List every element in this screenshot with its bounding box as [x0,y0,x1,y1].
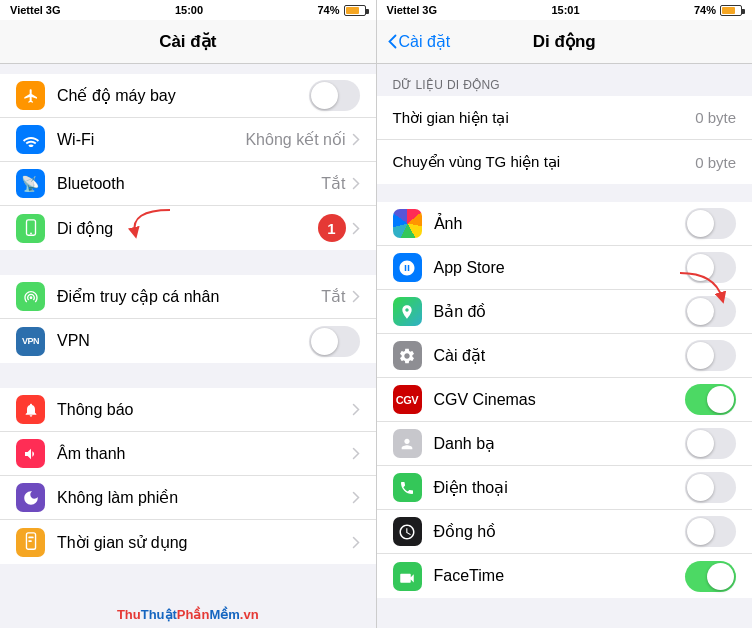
data-row-current-time: Thời gian hiện tại 0 byte [377,96,753,140]
list-item-photos[interactable]: Ảnh [377,202,753,246]
list-item-hotspot[interactable]: Điểm truy cập cá nhân Tắt [0,275,376,319]
left-battery-bar [344,5,366,16]
left-settings-list: Chế độ máy bay Wi-Fi Không kết nối 📡 Blu… [0,64,376,628]
cgv-icon: CGV [393,385,422,414]
airplane-icon [16,81,45,110]
list-item-sound[interactable]: Âm thanh [0,432,376,476]
settings-app-label: Cài đặt [434,346,686,365]
left-nav-title: Cài đặt [159,31,216,52]
airplane-label: Chế độ máy bay [57,86,309,105]
list-item-bluetooth[interactable]: 📡 Bluetooth Tắt [0,162,376,206]
list-item-dnd[interactable]: Không làm phiền [0,476,376,520]
cgv-toggle[interactable] [685,384,736,415]
list-item-phone[interactable]: Điện thoại [377,466,753,510]
list-item-clock[interactable]: Đồng hồ [377,510,753,554]
appstore-label: App Store [434,259,686,277]
svg-rect-3 [28,537,33,539]
back-button[interactable]: Cài đặt [387,32,451,51]
left-section-3: Thông báo Âm thanh Không làm phiền [0,388,376,564]
dnd-label: Không làm phiền [57,488,352,507]
current-time-label: Thời gian hiện tại [393,109,696,127]
right-battery-bar [720,5,742,16]
list-item-cgv[interactable]: CGV CGV Cinemas [377,378,753,422]
list-item-notif[interactable]: Thông báo [0,388,376,432]
list-item-facetime[interactable]: FaceTime [377,554,753,598]
right-carrier: Viettel 3G [387,4,438,16]
svg-rect-4 [28,540,32,542]
dnd-chevron [352,491,360,504]
notif-label: Thông báo [57,401,352,419]
notif-icon [16,395,45,424]
contacts-toggle[interactable] [685,428,736,459]
left-section-2: Điểm truy cập cá nhân Tắt VPN VPN [0,275,376,363]
photos-toggle[interactable] [685,208,736,239]
hotspot-chevron [352,290,360,303]
right-nav-title: Di động [533,31,596,52]
list-item-screentime[interactable]: Thời gian sử dụng [0,520,376,564]
list-item-appstore[interactable]: App Store 2 [377,246,753,290]
maps-label: Bản đồ [434,302,686,321]
airplane-toggle[interactable] [309,80,360,111]
bluetooth-chevron [352,177,360,190]
facetime-icon [393,562,422,591]
right-battery: 74% [694,4,742,16]
facetime-label: FaceTime [434,567,686,585]
mobile-icon [16,214,45,243]
photos-label: Ảnh [434,214,686,233]
list-item-maps[interactable]: Bản đồ [377,290,753,334]
appstore-toggle[interactable]: 2 [685,252,736,283]
sound-chevron [352,447,360,460]
photos-icon [393,209,422,238]
left-status-bar: Viettel 3G 15:00 74% [0,0,376,20]
left-time: 15:00 [175,4,203,16]
wifi-label: Wi-Fi [57,131,245,149]
hotspot-icon [16,282,45,311]
contacts-label: Danh bạ [434,434,686,453]
maps-toggle[interactable] [685,296,736,327]
settings-app-icon [393,341,422,370]
list-item-mobile[interactable]: Di động 1 [0,206,376,250]
list-item-wifi[interactable]: Wi-Fi Không kết nối [0,118,376,162]
list-item-settings-app[interactable]: Cài đặt [377,334,753,378]
section-header-mobile-data: DỮ LIỆU DI ĐỘNG [377,72,753,96]
right-time: 15:01 [551,4,579,16]
wifi-chevron [352,133,360,146]
vpn-icon: VPN [16,327,45,356]
phone-label: Điện thoại [434,478,686,497]
screentime-icon [16,528,45,557]
phone-toggle[interactable] [685,472,736,503]
mobile-chevron [352,222,360,235]
cgv-label: CGV Cinemas [434,391,686,409]
right-nav-bar: Cài đặt Di động [377,20,753,64]
data-row-roaming: Chuyển vùng TG hiện tại 0 byte [377,140,753,184]
notif-chevron [352,403,360,416]
roaming-value: 0 byte [695,154,736,171]
right-panel: Viettel 3G 15:01 74% Cài đặt Di động DỮ … [377,0,753,628]
facetime-toggle[interactable] [685,561,736,592]
vpn-label: VPN [57,332,309,350]
screentime-label: Thời gian sử dụng [57,533,352,552]
list-item-vpn[interactable]: VPN VPN [0,319,376,363]
list-item-airplane[interactable]: Chế độ máy bay [0,74,376,118]
data-rows-group: Thời gian hiện tại 0 byte Chuyển vùng TG… [377,96,753,184]
maps-icon [393,297,422,326]
dnd-icon [16,483,45,512]
clock-toggle[interactable] [685,516,736,547]
back-chevron-icon [387,34,397,50]
appstore-icon [393,253,422,282]
current-time-value: 0 byte [695,109,736,126]
contacts-icon [393,429,422,458]
vpn-toggle[interactable] [309,326,360,357]
bluetooth-icon: 📡 [16,169,45,198]
left-nav-bar: Cài đặt [0,20,376,64]
mobile-label: Di động [57,219,352,238]
screentime-chevron [352,536,360,549]
settings-app-toggle[interactable] [685,340,736,371]
bluetooth-value: Tắt [321,174,345,193]
list-item-contacts[interactable]: Danh bạ [377,422,753,466]
clock-icon [393,517,422,546]
right-settings-list: DỮ LIỆU DI ĐỘNG Thời gian hiện tại 0 byt… [377,64,753,628]
right-status-bar: Viettel 3G 15:01 74% [377,0,753,20]
clock-label: Đồng hồ [434,522,686,541]
hotspot-label: Điểm truy cập cá nhân [57,287,321,306]
